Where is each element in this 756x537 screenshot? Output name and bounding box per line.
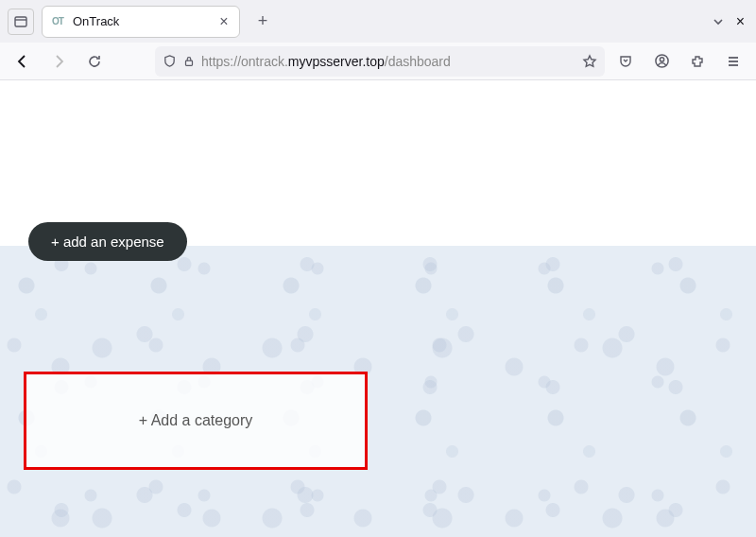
tabs-dropdown-icon[interactable] [712,15,725,28]
sidebar-toggle-button[interactable] [8,9,34,35]
url-bar[interactable]: https://ontrack.myvpsserver.top/dashboar… [155,46,605,77]
menu-icon[interactable] [722,50,745,73]
forward-button[interactable] [45,48,72,75]
browser-tab-strip: OT OnTrack × + × [0,0,756,43]
back-button[interactable] [9,48,36,75]
page-content: + add an expense + Add a category [0,80,756,537]
new-tab-button[interactable]: + [249,9,276,35]
extensions-icon[interactable] [686,50,709,73]
shield-icon[interactable] [163,54,177,68]
add-expense-button[interactable]: + add an expense [28,222,187,261]
account-icon[interactable] [650,50,673,73]
lock-icon[interactable] [182,55,196,68]
window-close-icon[interactable]: × [736,13,745,30]
pocket-icon[interactable] [614,50,637,73]
url-text: https://ontrack.myvpsserver.top/dashboar… [201,54,576,69]
add-category-label: + Add a category [139,412,253,429]
svg-point-4 [660,58,663,61]
bookmark-star-icon[interactable] [582,54,597,69]
svg-rect-2 [186,61,193,65]
add-category-card[interactable]: + Add a category [24,372,368,470]
svg-rect-0 [15,17,26,26]
reload-button[interactable] [81,48,108,75]
browser-toolbar: https://ontrack.myvpsserver.top/dashboar… [0,43,756,80]
tab-close-icon[interactable]: × [216,14,232,29]
tab-favicon: OT [50,14,65,29]
tab-title: OnTrack [73,14,209,28]
browser-tab[interactable]: OT OnTrack × [42,6,240,38]
